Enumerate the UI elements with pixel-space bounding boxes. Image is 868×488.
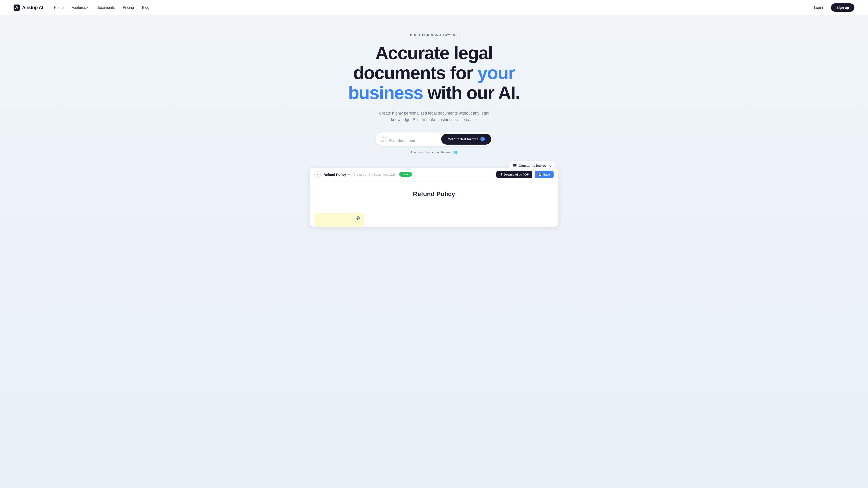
chevron-down-icon: ▾ (87, 6, 88, 9)
arrow-icon: ➔ (480, 137, 485, 141)
constantly-improving-badge: Constantly Improving (508, 161, 556, 170)
doc-content: Refund Policy 🔈 (310, 182, 558, 227)
download-pdf-button[interactable]: ⬇ Download as PDF (496, 171, 532, 178)
hero-title: Accurate legal documents for your busine… (332, 43, 536, 103)
nav-pricing[interactable]: Pricing (123, 6, 134, 9)
save-icon: 💾 (538, 173, 542, 176)
nav-links: Home Features ▾ Documents Pricing Blog (54, 6, 149, 10)
signup-button[interactable]: Sign up (831, 3, 855, 12)
hero-tag: BUILT FOR NON-LAWYERS (4, 33, 864, 37)
nav-right: Login Sign up (810, 3, 855, 12)
document-card: ‹ Refund Policy ✏ (Created on 5th Septem… (310, 168, 558, 227)
cta-label: Get Started for free (447, 137, 478, 141)
menu-icon (513, 164, 517, 167)
svg-rect-0 (13, 4, 20, 11)
hero-title-line2: documents for your (353, 63, 515, 83)
logo[interactable]: Airstrip AI (13, 4, 43, 11)
hero-title-accent1: your (477, 63, 515, 83)
doc-created: (Created on 5th September 2023) (352, 173, 397, 176)
badge-label: Constantly Improving (519, 164, 551, 167)
hero-title-line3: business with our AI. (348, 83, 520, 103)
nav-documents[interactable]: Documents (96, 6, 115, 9)
doc-name: Refund Policy ✏ (323, 173, 350, 176)
email-input[interactable] (381, 139, 441, 142)
email-wrapper: Email (381, 136, 441, 142)
doc-content-title: Refund Policy (323, 191, 545, 198)
logo-icon (13, 4, 20, 11)
nav-left: Airstrip AI Home Features ▾ Documents Pr… (13, 4, 149, 11)
cta-button[interactable]: Get Started for free ➔ (441, 134, 491, 144)
join-text: Join users from around the world 🌐 (4, 151, 864, 154)
hero-title-line1: Accurate legal (375, 43, 493, 63)
email-label: Email (381, 136, 387, 138)
nav-features[interactable]: Features ▾ (72, 6, 88, 10)
hero-subtitle: Create highly personalised legal documen… (371, 110, 497, 123)
cta-form: Email Get Started for free ➔ (375, 132, 493, 146)
latest-badge: Latest (399, 172, 412, 177)
login-button[interactable]: Login (810, 4, 827, 11)
toolbar-actions: ⬇ Download as PDF 💾 Save (496, 171, 554, 178)
speaker-icon: 🔈 (356, 215, 361, 220)
hero-section: BUILT FOR NON-LAWYERS Accurate legal doc… (0, 15, 868, 488)
navbar: Airstrip AI Home Features ▾ Documents Pr… (0, 0, 868, 15)
nav-home[interactable]: Home (54, 6, 64, 9)
back-button[interactable]: ‹ (314, 171, 321, 177)
nav-blog[interactable]: Blog (142, 6, 149, 9)
edit-icon[interactable]: ✏ (347, 173, 350, 176)
doc-preview-container: Constantly Improving ‹ Refund Policy ✏ (… (310, 168, 558, 227)
logo-text: Airstrip AI (22, 5, 43, 10)
save-button[interactable]: 💾 Save (535, 171, 554, 178)
download-icon: ⬇ (500, 173, 502, 176)
